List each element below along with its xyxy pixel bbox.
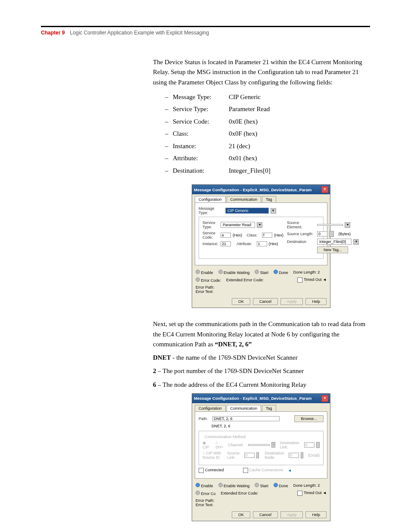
help-button[interactable]: Help bbox=[305, 298, 327, 305]
svccode-input[interactable]: e bbox=[221, 233, 231, 238]
para-two: 2 – The port number of the 1769-SDN Devi… bbox=[153, 366, 370, 376]
enable-status: Enable bbox=[196, 270, 213, 275]
cancel-button[interactable]: Cancel bbox=[253, 298, 278, 305]
exterr-status: Extended Error Code: bbox=[226, 278, 264, 282]
enablewaiting-status: Enable Waiting bbox=[218, 270, 250, 275]
chevron-down-icon[interactable]: ▾ bbox=[271, 208, 276, 214]
dest-select[interactable]: Integer_Files[0] bbox=[317, 239, 352, 245]
chapter-label: Chapter 9 bbox=[41, 30, 65, 36]
srcelem-label: Source Element: bbox=[287, 221, 315, 229]
instance-input[interactable]: 21 bbox=[221, 241, 231, 246]
field-value: 0x0F (hex) bbox=[229, 128, 257, 140]
timeout-check[interactable]: Timed Out ◄ bbox=[297, 277, 327, 283]
help-button[interactable]: Help bbox=[305, 511, 327, 518]
para-dnet: DNET - the name of the 1769-SDN DeviceNe… bbox=[153, 353, 370, 363]
dialog-comm: Message Configuration - Explicit_MSG_Dev… bbox=[192, 393, 330, 521]
timeout-check[interactable]: Timed Out ◄ bbox=[297, 491, 327, 496]
field-value: Parameter Read bbox=[229, 103, 270, 115]
srclen-input[interactable]: 0 bbox=[317, 231, 327, 236]
bytes-label: (Bytes) bbox=[339, 232, 351, 236]
cancel-button[interactable]: Cancel bbox=[253, 511, 278, 518]
field-value: Integer_Files[0] bbox=[229, 165, 271, 177]
browse-button[interactable]: Browse... bbox=[294, 415, 324, 422]
field-value: 0x01 (hex) bbox=[229, 152, 257, 165]
field-label: Attribute: bbox=[173, 152, 229, 165]
errtext-label: Error Text: bbox=[196, 289, 327, 294]
srclink-input: 0 bbox=[244, 453, 255, 458]
ok-button[interactable]: OK bbox=[232, 511, 250, 518]
instance-label: Instance: bbox=[202, 242, 219, 246]
donelen-status: Done Length: 2 bbox=[293, 270, 320, 274]
channel-select bbox=[248, 444, 270, 446]
intro-para: The Device Status is located in Paramete… bbox=[153, 57, 370, 87]
tab-tag[interactable]: Tag bbox=[262, 405, 276, 411]
channel-label: Channel: bbox=[228, 443, 243, 447]
spinner-icon[interactable] bbox=[329, 231, 334, 237]
done-status: Done bbox=[274, 483, 288, 488]
path-echo: DNET, 2, 6 bbox=[212, 424, 324, 428]
dest-label: Destination bbox=[287, 240, 315, 244]
ok-button[interactable]: OK bbox=[232, 298, 250, 305]
close-icon[interactable]: × bbox=[321, 395, 328, 402]
errpath-label: Error Path: bbox=[196, 498, 327, 503]
errpath-label: Error Path: bbox=[196, 285, 327, 289]
tab-tag[interactable]: Tag bbox=[262, 196, 276, 202]
tab-configuration[interactable]: Configuration bbox=[195, 196, 226, 202]
chevron-down-icon: ▾ bbox=[271, 442, 276, 448]
apply-button[interactable]: Apply bbox=[280, 298, 303, 305]
cip-radio: ◉ CIP bbox=[202, 441, 210, 449]
enablewaiting-status: Enable Waiting bbox=[218, 483, 250, 488]
class-input[interactable]: f bbox=[262, 233, 272, 238]
newtag-button[interactable]: New Tag... bbox=[317, 246, 348, 253]
chevron-down-icon[interactable]: ▾ bbox=[353, 239, 359, 245]
destnode-label: Destination Node: bbox=[265, 451, 284, 460]
field-label: Class: bbox=[173, 128, 229, 140]
field-label: Message Type: bbox=[173, 91, 229, 103]
msgtype-label: Message Type: bbox=[199, 206, 224, 215]
para-six: 6 – The node address of the EC4 Current … bbox=[153, 380, 370, 390]
path-input[interactable]: DNET, 2, 6 bbox=[212, 416, 280, 421]
path-label: Path: bbox=[199, 417, 211, 421]
start-status: Start bbox=[255, 270, 268, 275]
spinner-icon bbox=[256, 452, 259, 458]
field-label: Instance: bbox=[173, 140, 229, 152]
cipsrc-radio: ○ CIP With Source ID bbox=[202, 451, 222, 460]
tab-communication[interactable]: Communication bbox=[227, 405, 262, 411]
dialog-title: Message Configuration - Explicit_MSG_Dev… bbox=[194, 187, 311, 192]
close-icon[interactable]: × bbox=[321, 186, 328, 193]
destlink-input: 0 bbox=[304, 442, 314, 448]
field-value: CIP Generic bbox=[229, 91, 261, 103]
field-label: Service Type: bbox=[173, 103, 229, 115]
exterr-status: Extended Error Code: bbox=[221, 491, 258, 495]
srcelem-select[interactable] bbox=[317, 224, 343, 226]
field-label: Destination: bbox=[173, 165, 229, 177]
errtext-label: Error Text: bbox=[196, 503, 327, 507]
msgtype-select[interactable]: CIP Generic bbox=[225, 208, 269, 214]
arrow-icon: ◄ bbox=[288, 468, 292, 473]
dialog-config: Message Configuration - Explicit_MSG_Dev… bbox=[192, 184, 330, 308]
dh-radio: ○ DH+ bbox=[215, 441, 223, 449]
chevron-down-icon[interactable]: ▾ bbox=[257, 222, 262, 228]
para-next: Next, set up the communications path in … bbox=[153, 319, 370, 349]
start-status: Start bbox=[255, 483, 268, 488]
srclen-label: Source Length: bbox=[287, 232, 315, 236]
field-list: –Message Type:CIP Generic –Service Type:… bbox=[165, 91, 370, 177]
field-label: Service Code: bbox=[173, 115, 229, 128]
errorcode-status: Error Co bbox=[196, 491, 216, 496]
tab-communication[interactable]: Communication bbox=[227, 196, 262, 202]
chapter-title: Logic Controller Application Example wit… bbox=[70, 30, 209, 36]
spinner-icon bbox=[301, 452, 304, 458]
tab-configuration[interactable]: Configuration bbox=[195, 405, 226, 411]
attr-input[interactable]: 1 bbox=[257, 241, 267, 246]
apply-button[interactable]: Apply bbox=[280, 511, 303, 518]
destlink-label: Destination Link: bbox=[280, 441, 300, 449]
svctype-label: Service Type: bbox=[202, 221, 219, 229]
done-status: Done bbox=[274, 270, 288, 275]
field-value: 21 (dec) bbox=[229, 140, 250, 152]
connected-check[interactable]: Connected bbox=[199, 468, 224, 473]
chevron-down-icon[interactable]: ▾ bbox=[345, 222, 350, 228]
svctype-select[interactable]: Parameter Read bbox=[221, 222, 255, 228]
srclink-label: Source Link: bbox=[227, 451, 240, 460]
svccode-label: Service Code: bbox=[202, 231, 219, 240]
errorcode-status: Error Code: bbox=[196, 277, 221, 283]
